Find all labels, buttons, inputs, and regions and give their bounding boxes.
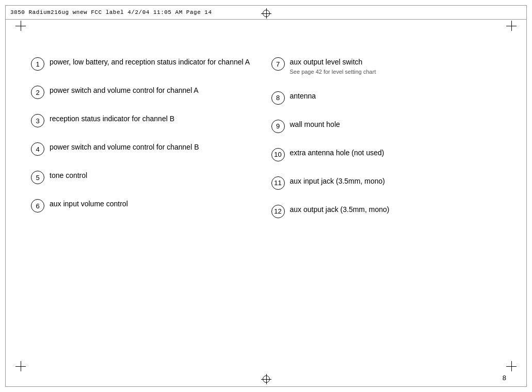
left-number-3: 3: [31, 114, 44, 127]
right-item-12: 12aux output jack (3.5mm, mono): [271, 204, 502, 218]
right-item-text-7: aux output level switch: [290, 57, 376, 67]
right-item-7: 7aux output level switchSee page 42 for …: [271, 57, 502, 76]
left-item-5: 5tone control: [31, 170, 261, 184]
header-text: 3850 Radium216ug wnew FCC label 4/2/04 1…: [10, 9, 212, 15]
right-number-12: 12: [271, 205, 285, 218]
left-item-text-1: power, low battery, and reception status…: [50, 57, 250, 67]
left-column: 1power, low battery, and reception statu…: [31, 26, 261, 361]
right-item-text-10: extra antenna hole (not used): [290, 148, 384, 158]
right-item-9: 9wall mount hole: [271, 119, 502, 133]
main-content: 1power, low battery, and reception statu…: [31, 26, 501, 361]
corner-mark-tr: [506, 21, 517, 31]
left-item-4: 4power switch and volume control for cha…: [31, 142, 261, 156]
crosshair-bottom: [261, 374, 271, 384]
left-number-4: 4: [31, 142, 44, 156]
corner-mark-bl: [15, 361, 26, 371]
right-column: 7aux output level switchSee page 42 for …: [271, 26, 502, 361]
left-item-6: 6aux input volume control: [31, 199, 261, 213]
left-number-5: 5: [31, 171, 44, 184]
right-item-text-12: aux output jack (3.5mm, mono): [290, 204, 390, 215]
left-number-6: 6: [31, 199, 44, 213]
right-number-9: 9: [271, 120, 285, 133]
page-number: 8: [503, 374, 506, 382]
left-item-1: 1power, low battery, and reception statu…: [31, 57, 261, 71]
right-item-10: 10extra antenna hole (not used): [271, 148, 502, 161]
right-item-text-8: antenna: [290, 91, 316, 101]
left-item-text-4: power switch and volume control for chan…: [50, 142, 199, 152]
right-number-10: 10: [271, 148, 285, 161]
left-item-text-3: reception status indicator for channel B: [50, 113, 174, 124]
right-item-text-11: aux input jack (3.5mm, mono): [290, 176, 385, 186]
crosshair-header: [261, 8, 271, 19]
left-item-text-2: power switch and volume control for chan…: [50, 85, 199, 95]
corner-mark-br: [506, 361, 517, 371]
right-item-11: 11aux input jack (3.5mm, mono): [271, 176, 502, 190]
left-item-text-5: tone control: [50, 170, 87, 181]
left-item-3: 3reception status indicator for channel …: [31, 113, 261, 127]
right-number-8: 8: [271, 91, 285, 105]
corner-mark-tl: [15, 21, 26, 31]
left-number-2: 2: [31, 86, 44, 99]
right-item-text-9: wall mount hole: [290, 119, 340, 129]
right-number-11: 11: [271, 176, 285, 190]
left-item-text-6: aux input volume control: [50, 199, 128, 209]
right-item-8: 8antenna: [271, 91, 502, 105]
right-number-7: 7: [271, 57, 285, 71]
right-item-subtext-7: See page 42 for level setting chart: [290, 68, 376, 76]
left-item-2: 2power switch and volume control for cha…: [31, 85, 261, 99]
left-number-1: 1: [31, 57, 44, 71]
